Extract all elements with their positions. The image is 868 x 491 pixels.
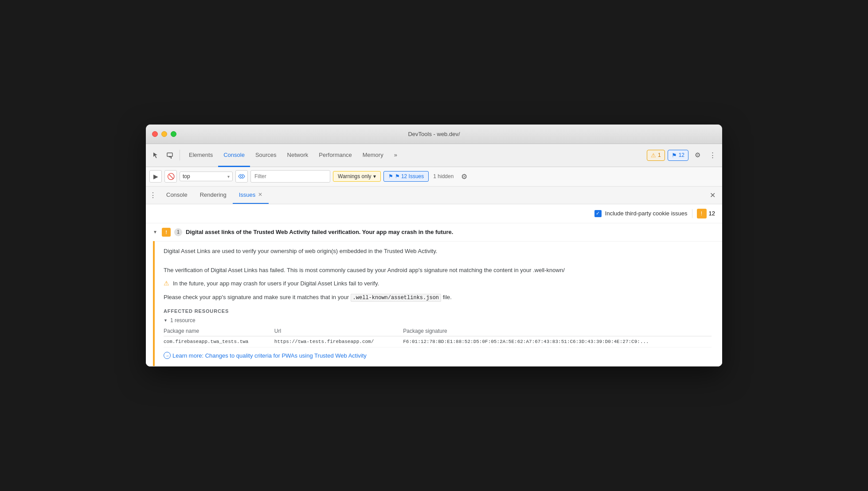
issue-header-twa[interactable]: ▼ ! 1 Digital asset links of the Trusted…: [146, 223, 722, 241]
main-tab-nav: Elements Console Sources Network Perform…: [184, 144, 645, 167]
tab-sources[interactable]: Sources: [250, 144, 282, 167]
warnings-only-dropdown[interactable]: Warnings only ▾: [333, 171, 381, 182]
warnings-count: 1: [658, 152, 661, 158]
toolbar-right: ⚠ 1 ⚑ 12 ⚙ ⋮: [647, 149, 719, 161]
device-icon: [166, 152, 173, 159]
resource-expand-icon: ▼: [164, 318, 168, 323]
checkbox-label-text: Include third-party cookie issues: [605, 210, 688, 217]
table-header-package: Package name: [164, 326, 274, 336]
learn-more-circle-icon: →: [164, 352, 171, 359]
total-issues-count: ! 12: [697, 209, 715, 218]
devtools-container: Elements Console Sources Network Perform…: [146, 144, 722, 367]
issue-warning-text: In the future, your app may crash for us…: [173, 279, 379, 288]
affected-resources-label: AFFECTED RESOURCES: [164, 308, 712, 314]
top-toolbar: Elements Console Sources Network Perform…: [146, 144, 722, 167]
third-party-cookie-checkbox-label[interactable]: ✓ Include third-party cookie issues: [594, 210, 688, 217]
eye-icon-button[interactable]: [235, 170, 248, 183]
issue-warn-badge: !: [162, 228, 171, 237]
settings-console-icon: ⚙: [461, 172, 467, 181]
issues-panel: ✓ Include third-party cookie issues ! 12…: [146, 204, 722, 367]
cursor-icon: [152, 152, 159, 159]
learn-more-text: Learn more: Changes to quality criteria …: [172, 352, 367, 359]
context-selector[interactable]: top ▾: [180, 171, 233, 181]
warning-icon: ⚠: [651, 152, 656, 159]
element-picker-button[interactable]: [149, 149, 162, 161]
issue-count-circle: 1: [174, 228, 182, 236]
table-header-signature: Package signature: [403, 326, 712, 336]
tab-network[interactable]: Network: [282, 144, 314, 167]
issue-item-twa: ▼ ! 1 Digital asset links of the Trusted…: [146, 223, 722, 367]
table-cell-signature: F6:01:12:78:BD:E1:88:52:D5:0F:05:2A:5E:6…: [403, 336, 712, 347]
learn-more-link[interactable]: → Learn more: Changes to quality criteri…: [164, 352, 712, 359]
issues-tab-close-button[interactable]: ✕: [258, 191, 262, 198]
affected-resources-section: AFFECTED RESOURCES ▼ 1 resource Package …: [164, 308, 712, 347]
title-bar: DevTools - web.dev/: [146, 125, 722, 144]
close-button[interactable]: [152, 131, 158, 137]
tab-more[interactable]: »: [389, 144, 403, 167]
issues-badge-label: ⚑ 12 Issues: [395, 173, 424, 179]
code-snippet: .well-known/assetlinks.json: [351, 294, 441, 302]
table-cell-url: https://twa-tests.firebaseapp.com/: [274, 336, 403, 347]
svg-point-3: [241, 175, 243, 178]
resource-table: Package name Url Package signature: [164, 326, 712, 347]
dropdown-arrow-icon: ▾: [373, 173, 376, 179]
issue-warning-line: ⚠ In the future, your app may crash for …: [164, 279, 712, 288]
svg-rect-1: [169, 156, 171, 157]
drawer-tabs: ⋮ Console Rendering Issues ✕ ✕: [146, 187, 722, 204]
minimize-button[interactable]: [161, 131, 167, 137]
gear-icon: ⚙: [695, 151, 700, 159]
drawer-tab-issues[interactable]: Issues ✕: [233, 187, 269, 204]
drawer-close-button[interactable]: ✕: [706, 189, 719, 201]
inline-warning-icon: ⚠: [164, 280, 169, 287]
issue-body-wrapper: Digital Asset Links are used to verify y…: [146, 241, 722, 366]
table-cell-package: com.firebaseapp.twa_tests.twa: [164, 336, 274, 347]
issues-badge-button[interactable]: ⚑ 12: [668, 150, 688, 161]
issue-body: Digital Asset Links are used to verify y…: [155, 241, 722, 366]
device-toggle-button[interactable]: [164, 149, 176, 161]
resource-count-label: 1 resource: [170, 317, 195, 323]
total-issues-warn-icon: !: [697, 209, 707, 218]
tab-memory[interactable]: Memory: [357, 144, 389, 167]
maximize-button[interactable]: [171, 131, 176, 137]
issues-count: 12: [679, 152, 684, 158]
devtools-window: DevTools - web.dev/ Elements: [146, 125, 722, 367]
warnings-only-label: Warnings only: [338, 173, 371, 179]
svg-rect-0: [167, 153, 172, 156]
eye-icon: [238, 174, 245, 179]
drawer-menu-icon[interactable]: ⋮: [149, 191, 156, 199]
issue-note: Please check your app's signature and ma…: [164, 293, 712, 302]
issues-header-divider: [692, 209, 692, 218]
settings-button[interactable]: ⚙: [691, 149, 704, 161]
tab-elements[interactable]: Elements: [184, 144, 218, 167]
resource-row-header[interactable]: ▼ 1 resource: [164, 317, 712, 323]
issue-description-1: Digital Asset Links are used to verify y…: [164, 242, 712, 256]
svg-rect-2: [171, 156, 172, 159]
window-title: DevTools - web.dev/: [408, 131, 460, 137]
clear-console-button[interactable]: 🚫: [164, 170, 177, 183]
traffic-lights: [152, 131, 176, 137]
issue-title: Digital asset links of the Trusted Web A…: [186, 229, 453, 235]
issue-description-2: The verification of Digital Asset Links …: [164, 261, 712, 275]
third-party-cookie-checkbox[interactable]: ✓: [594, 210, 602, 217]
hidden-count-text: 1 hidden: [433, 173, 454, 179]
drawer-tab-rendering[interactable]: Rendering: [194, 187, 233, 204]
tab-console[interactable]: Console: [218, 144, 250, 167]
dots-vertical-icon: ⋮: [709, 151, 716, 159]
tab-performance[interactable]: Performance: [313, 144, 357, 167]
filter-input[interactable]: [250, 170, 330, 183]
issues-badge-panel[interactable]: ⚑ ⚑ 12 Issues: [383, 171, 429, 182]
total-issues-number: 12: [709, 210, 715, 217]
table-row: com.firebaseapp.twa_tests.twa https://tw…: [164, 336, 712, 347]
table-header-url: Url: [274, 326, 403, 336]
flag-issues-icon: ⚑: [388, 173, 393, 179]
run-script-button[interactable]: ▶: [149, 170, 162, 183]
toolbar-divider-1: [180, 150, 180, 160]
warnings-badge-button[interactable]: ⚠ 1: [647, 150, 665, 161]
more-options-button[interactable]: ⋮: [706, 149, 719, 161]
second-toolbar: ▶ 🚫 top ▾ Warnings only ▾ ⚑ ⚑ 12 Issue: [146, 167, 722, 187]
console-settings-button[interactable]: ⚙: [458, 170, 470, 183]
drawer-tab-console[interactable]: Console: [160, 187, 194, 204]
chevron-down-icon: ▾: [227, 174, 230, 179]
issues-header-row: ✓ Include third-party cookie issues ! 12: [146, 204, 722, 223]
issue-expand-arrow-icon: ▼: [153, 230, 158, 234]
